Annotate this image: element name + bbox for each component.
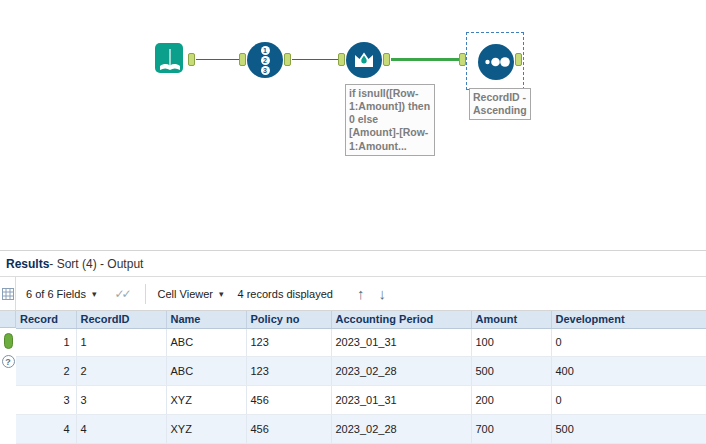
table-row[interactable]: 22ABC1232023_02_28500400 — [16, 357, 706, 386]
table-cell[interactable]: 200 — [471, 386, 551, 415]
down-arrow-button[interactable]: ↓ — [378, 285, 386, 302]
table-cell[interactable]: 2023_02_28 — [331, 415, 471, 444]
up-arrow-button[interactable]: ↑ — [357, 285, 365, 302]
record-id-digit: 1 — [261, 46, 270, 55]
column-header-policy-no[interactable]: Policy no — [246, 311, 331, 328]
formula-annotation[interactable]: if isnull([Row-1:Amount]) then 0 else [A… — [345, 84, 435, 156]
table-cell[interactable]: 4 — [16, 415, 76, 444]
grid-view-button[interactable] — [0, 277, 16, 310]
workflow-canvas[interactable]: 1 2 3 if isnull([Row-1:Amount]) then 0 e… — [0, 0, 706, 250]
table-cell[interactable]: 500 — [551, 415, 706, 444]
anchor-strip: ? — [0, 311, 16, 444]
table-cell[interactable]: 123 — [246, 357, 331, 386]
table-cell[interactable]: 500 — [471, 357, 551, 386]
recordid-output-anchor[interactable] — [284, 53, 291, 66]
records-displayed-text: 4 records displayed — [238, 288, 333, 300]
record-id-icon: 1 2 3 — [261, 46, 270, 75]
toolbar-separator — [145, 284, 146, 304]
record-id-digit: 2 — [261, 56, 270, 65]
results-panel: Results - Sort (4) - Output 6 of 6 Field… — [0, 250, 706, 444]
sort-annotation[interactable]: RecordID - Ascending — [469, 88, 531, 120]
help-anchor-icon[interactable]: ? — [2, 355, 15, 368]
table-cell[interactable]: 100 — [471, 328, 551, 357]
sort-output-anchor[interactable] — [515, 53, 522, 66]
table-cell[interactable]: 0 — [551, 328, 706, 357]
record-id-digit: 3 — [261, 66, 270, 75]
column-header-name[interactable]: Name — [166, 311, 246, 328]
results-title: Results — [6, 257, 49, 271]
table-cell[interactable]: 2023_01_31 — [331, 386, 471, 415]
column-header-recordid[interactable]: RecordID — [76, 311, 166, 328]
table-cell[interactable]: XYZ — [166, 386, 246, 415]
table-cell[interactable]: 4 — [76, 415, 166, 444]
tool-sort[interactable] — [478, 44, 514, 80]
formula-output-anchor[interactable] — [383, 53, 390, 66]
cell-viewer-label: Cell Viewer — [158, 288, 213, 300]
table-header-row: RecordRecordIDNamePolicy noAccounting Pe… — [16, 311, 706, 328]
connection-recordid-to-formula[interactable] — [292, 59, 338, 60]
table-body: 11ABC1232023_01_31100022ABC1232023_02_28… — [16, 328, 706, 444]
cell-viewer-dropdown[interactable]: Cell Viewer ▾ — [158, 288, 224, 300]
column-header-record[interactable]: Record — [16, 311, 76, 328]
sort-input-anchor[interactable] — [459, 53, 466, 66]
apply-check-icon[interactable]: ✓✓ — [114, 287, 128, 301]
connection-formula-to-sort[interactable] — [391, 58, 460, 61]
column-header-accounting-period[interactable]: Accounting Period — [331, 311, 471, 328]
output-anchor-button[interactable] — [4, 333, 13, 349]
table-cell[interactable]: 456 — [246, 386, 331, 415]
table-cell[interactable]: 1 — [16, 328, 76, 357]
recordid-input-anchor[interactable] — [239, 53, 246, 66]
table-row[interactable]: 11ABC1232023_01_311000 — [16, 328, 706, 357]
chevron-down-icon: ▾ — [219, 289, 224, 299]
table-cell[interactable]: 0 — [551, 386, 706, 415]
formula-input-anchor[interactable] — [338, 53, 345, 66]
sort-icon — [478, 44, 514, 80]
table-cell[interactable]: 1 — [76, 328, 166, 357]
input-output-anchor[interactable] — [188, 53, 195, 66]
results-subtitle: - Sort (4) - Output — [49, 257, 143, 271]
column-header-amount[interactable]: Amount — [471, 311, 551, 328]
data-grid-icon — [2, 288, 14, 300]
table-corner-cell — [0, 311, 16, 328]
results-toolbar: 6 of 6 Fields ▾ ✓✓ Cell Viewer ▾ 4 recor… — [0, 277, 706, 311]
table-cell[interactable]: 3 — [76, 386, 166, 415]
table-cell[interactable]: 456 — [246, 415, 331, 444]
table-cell[interactable]: XYZ — [166, 415, 246, 444]
book-icon — [153, 42, 187, 74]
results-header: Results - Sort (4) - Output — [0, 251, 706, 277]
table-cell[interactable]: 2 — [76, 357, 166, 386]
table-cell[interactable]: 2023_01_31 — [331, 328, 471, 357]
table-row[interactable]: 44XYZ4562023_02_28700500 — [16, 415, 706, 444]
fields-dropdown-label: 6 of 6 Fields — [26, 288, 86, 300]
tool-input-data[interactable] — [153, 42, 187, 78]
table-cell[interactable]: 2 — [16, 357, 76, 386]
results-table: RecordRecordIDNamePolicy noAccounting Pe… — [16, 311, 706, 444]
table-cell[interactable]: 400 — [551, 357, 706, 386]
column-header-development[interactable]: Development — [551, 311, 706, 328]
results-table-zone: ? RecordRecordIDNamePolicy noAccounting … — [0, 311, 706, 444]
fields-dropdown[interactable]: 6 of 6 Fields ▾ — [26, 288, 96, 300]
tool-record-id[interactable]: 1 2 3 — [247, 42, 283, 78]
chevron-down-icon: ▾ — [92, 289, 97, 299]
table-cell[interactable]: ABC — [166, 357, 246, 386]
table-cell[interactable]: 700 — [471, 415, 551, 444]
table-cell[interactable]: 2023_02_28 — [331, 357, 471, 386]
multi-row-formula-icon — [346, 42, 382, 78]
table-row[interactable]: 33XYZ4562023_01_312000 — [16, 386, 706, 415]
tool-multi-row-formula[interactable] — [346, 42, 382, 78]
table-cell[interactable]: 3 — [16, 386, 76, 415]
table-cell[interactable]: 123 — [246, 328, 331, 357]
connection-input-to-recordid[interactable] — [196, 59, 239, 60]
table-cell[interactable]: ABC — [166, 328, 246, 357]
